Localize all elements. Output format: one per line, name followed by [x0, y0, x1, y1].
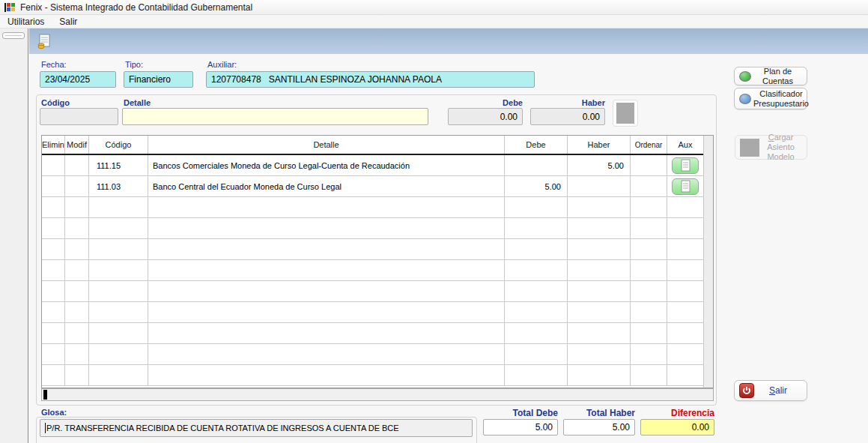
total-haber-field: 5.00 — [563, 419, 635, 436]
cell-haber — [568, 176, 631, 196]
grid-empty-cell — [667, 218, 703, 238]
cargar-label-line2: Modelo — [759, 152, 802, 162]
grid-empty-cell — [89, 344, 148, 364]
grid-empty-cell — [89, 302, 148, 322]
journal-document-icon — [36, 33, 52, 49]
grid-header-row: Elimin Modif Código Detalle Debe Haber O… — [42, 136, 703, 155]
scrollbar-thumb[interactable] — [43, 390, 47, 400]
grid-empty-cell — [631, 302, 667, 322]
cell-modif[interactable] — [65, 155, 89, 175]
text-caret — [45, 423, 46, 433]
salir-button[interactable]: Salir — [734, 380, 807, 401]
grid-empty-cell — [631, 365, 667, 385]
grid-empty-cell — [42, 239, 65, 259]
grid-empty-cell — [65, 239, 89, 259]
haber-label: Haber — [530, 98, 605, 107]
menu-salir[interactable]: Salir — [52, 15, 85, 28]
cell-elimin[interactable] — [42, 155, 65, 175]
grid-empty-cell — [631, 197, 667, 217]
grid-empty-cell — [89, 365, 148, 385]
grid-empty-cell — [631, 218, 667, 238]
grid-empty-cell — [42, 260, 65, 280]
grid-empty-cell — [42, 323, 65, 343]
grid-empty-cell — [148, 197, 505, 217]
windows-logo-icon — [4, 2, 16, 13]
grid-empty-cell — [148, 239, 505, 259]
grid-empty-cell — [667, 365, 703, 385]
grid-empty-cell — [568, 260, 631, 280]
plan-de-cuentas-button[interactable]: Plan de Cuentas — [734, 67, 807, 85]
grid-empty-cell — [667, 197, 703, 217]
haber-field: 0.00 — [530, 108, 605, 125]
menu-bar: Utilitarios Salir — [0, 15, 868, 28]
grid-empty-cell — [568, 239, 631, 259]
grid-empty-cell — [89, 323, 148, 343]
grid-empty-cell — [65, 260, 89, 280]
grid-empty-row — [42, 281, 703, 302]
cell-elimin[interactable] — [42, 176, 65, 196]
grid-area: Elimin Modif Código Detalle Debe Haber O… — [42, 136, 703, 388]
grid-empty-cell — [505, 281, 568, 301]
col-header-detalle: Detalle — [148, 136, 505, 154]
grid-empty-cell — [65, 344, 89, 364]
codigo-label: Código — [41, 98, 70, 107]
menu-utilitarios[interactable]: Utilitarios — [0, 15, 52, 28]
cell-ordenar[interactable] — [631, 176, 667, 196]
grid-empty-cell — [42, 302, 65, 322]
grid-empty-row — [42, 323, 703, 344]
grid-empty-cell — [631, 239, 667, 259]
grid-vertical-scrollbar[interactable] — [703, 136, 713, 388]
grid-empty-cell — [42, 281, 65, 301]
grid-empty-cell — [667, 344, 703, 364]
journal-entry-toolbar-button[interactable] — [34, 31, 54, 51]
grid-empty-cell — [568, 218, 631, 238]
grid-empty-cell — [568, 281, 631, 301]
grid-empty-cell — [505, 344, 568, 364]
grid-row-2[interactable]: 111.03 Banco Central del Ecuador Moneda … — [42, 176, 703, 197]
detalle-field[interactable] — [122, 108, 428, 125]
auxiliar-field[interactable]: 1207708478 SANTILLAN ESPINOZA JOHANNA PA… — [206, 71, 535, 88]
document-icon — [681, 180, 691, 193]
document-icon — [681, 159, 691, 172]
cell-aux — [667, 155, 703, 175]
detalle-label: Detalle — [124, 98, 151, 107]
grid-empty-row — [42, 365, 703, 386]
power-icon — [739, 383, 754, 398]
grid-empty-cell — [65, 218, 89, 238]
cell-codigo: 111.15 — [89, 155, 148, 175]
grid-empty-row — [42, 344, 703, 365]
grid-empty-cell — [148, 344, 505, 364]
cell-modif[interactable] — [65, 176, 89, 196]
grid-empty-cell — [65, 302, 89, 322]
add-entry-button[interactable] — [613, 100, 638, 127]
grid-empty-cell — [42, 218, 65, 238]
clasificador-presupuestario-button[interactable]: Clasificador Presupuestario — [734, 88, 807, 109]
aux-detail-button[interactable] — [672, 178, 699, 195]
aux-detail-button[interactable] — [672, 157, 699, 174]
glosa-text: P/R. TRANSFERENCIA RECIBIDA DE CUENTA RO… — [46, 424, 399, 433]
toolbar — [29, 28, 868, 54]
col-header-ordenar: Ordenar — [631, 136, 667, 154]
grid-empty-cell — [148, 281, 505, 301]
tipo-field[interactable]: Financiero — [124, 71, 193, 88]
total-debe-label: Total Debe — [483, 408, 558, 418]
total-debe-field: 5.00 — [483, 419, 558, 436]
grid-empty-cell — [148, 218, 505, 238]
clasificador-label-line2: Presupuestario — [753, 99, 809, 109]
codigo-field[interactable] — [40, 108, 118, 125]
cell-ordenar[interactable] — [631, 155, 667, 175]
grid-empty-cell — [667, 281, 703, 301]
grid-empty-cell — [42, 365, 65, 385]
grid-empty-cell — [631, 260, 667, 280]
grid-horizontal-scrollbar[interactable] — [41, 388, 714, 401]
cell-detalle: Banco Central del Ecuador Moneda de Curs… — [148, 176, 505, 196]
cell-aux — [667, 176, 703, 196]
grid-empty-cell — [148, 302, 505, 322]
glosa-field[interactable]: P/R. TRANSFERENCIA RECIBIDA DE CUENTA RO… — [40, 419, 473, 437]
col-header-aux: Aux — [667, 136, 703, 154]
disabled-square-icon — [740, 139, 759, 157]
grid-row-1[interactable]: 111.15 Bancos Comerciales Moneda de Curs… — [42, 155, 703, 176]
fecha-field[interactable]: 23/04/2025 — [40, 71, 116, 88]
sidebar-collapse-handle[interactable] — [2, 32, 25, 39]
salir-label: Salir — [754, 386, 802, 396]
